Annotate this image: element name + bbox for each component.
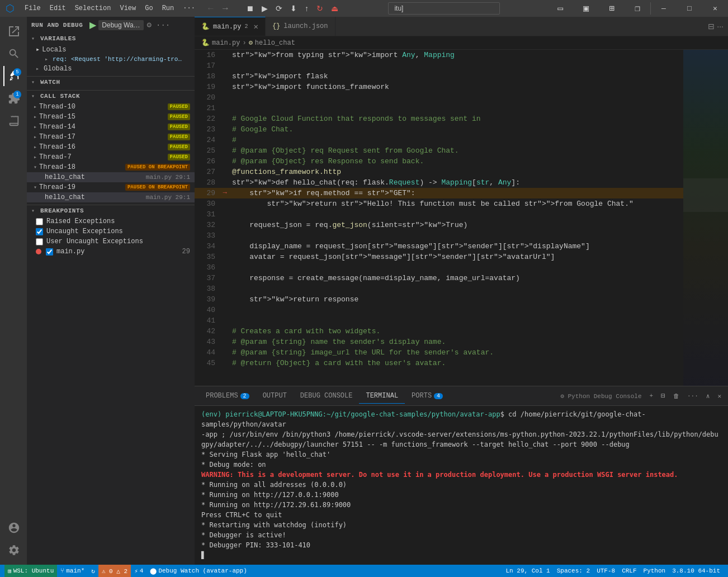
tab-launch-json[interactable]: {} launch.json	[266, 17, 335, 36]
close-panel-icon[interactable]: ✕	[715, 391, 724, 401]
code-line: 40	[195, 305, 683, 315]
debug-stepout-button[interactable]: ⬇	[287, 2, 300, 15]
menu-file[interactable]: File	[20, 0, 45, 17]
close-button[interactable]: ✕	[702, 0, 728, 17]
activity-settings[interactable]	[3, 540, 23, 560]
menu-edit[interactable]: Edit	[45, 0, 70, 17]
layout-icon4[interactable]: ❐	[625, 0, 650, 17]
nav-back-button[interactable]: ←	[204, 2, 218, 15]
callstack-frame[interactable]: hello_chatmain.py 29:1	[27, 172, 195, 182]
req-variable[interactable]: ▸ req: <Request 'http://charming-tro…	[27, 55, 195, 64]
tab-main-py[interactable]: 🐍 main.py 2 ✕	[195, 17, 266, 36]
thread-header[interactable]: ▸Thread-17PAUSED	[27, 132, 195, 142]
terminal-content[interactable]: (env) pierrick@LAPTOP-HKU5PNNG:~/git/goo…	[195, 406, 728, 565]
gear-icon[interactable]: ⚙	[146, 19, 153, 31]
panel-tab-ports[interactable]: PORTS4	[405, 389, 450, 404]
breakpoint-checkbox[interactable]	[36, 228, 43, 235]
breakpoint-item[interactable]: Raised Exceptions	[27, 216, 195, 226]
callstack-frame[interactable]: hello_chatmain.py 29:1	[27, 192, 195, 202]
locals-item[interactable]: ▸ Locals	[27, 44, 195, 55]
debug-disconnect-button[interactable]: ⏏	[328, 2, 341, 15]
breakpoint-checkbox[interactable]	[36, 218, 43, 225]
tab-close-icon[interactable]: ✕	[253, 22, 258, 31]
breakpoint-item[interactable]: Uncaught Exceptions	[27, 226, 195, 237]
statusbar-spaces[interactable]: Spaces: 2	[554, 567, 593, 574]
code-line: 19str">"kw">import functions_framework	[195, 82, 683, 92]
more-editor-button[interactable]: ···	[717, 22, 724, 31]
minimize-button[interactable]: —	[651, 0, 677, 17]
breadcrumb-file[interactable]: main.py	[212, 39, 240, 47]
statusbar-debug-watch-count[interactable]: ⚡ 4	[131, 565, 146, 577]
statusbar-errors[interactable]: ⚠ 0 △ 2	[98, 565, 131, 577]
variables-section-header[interactable]: ▾ VARIABLES	[27, 33, 195, 44]
kill-terminal-icon[interactable]: 🗑	[671, 391, 682, 401]
breakpoint-item[interactable]: User Uncaught Exceptions	[27, 237, 195, 247]
breakpoint-checkbox[interactable]	[36, 238, 43, 245]
terminal-running-all: * Running on all addresses (0.0.0.0)	[201, 480, 721, 490]
layout-icon2[interactable]: ▣	[573, 0, 599, 17]
debug-stop-button[interactable]: ↻	[314, 2, 326, 15]
breakpoint-file-checkbox[interactable]	[46, 248, 53, 256]
menu-go[interactable]: Go	[140, 0, 157, 17]
statusbar-remote[interactable]: ⊞ WSL: Ubuntu	[4, 565, 57, 577]
terminal-more-icon[interactable]: ···	[685, 391, 701, 400]
more-options-icon[interactable]: ···	[155, 20, 171, 31]
terminal-split-icon[interactable]: ⊟	[659, 390, 668, 401]
panel-tab-output[interactable]: OUTPUT	[256, 389, 294, 404]
activity-extensions[interactable]: 1	[3, 88, 23, 108]
menu-more[interactable]: ···	[178, 0, 200, 17]
nav-forward-button[interactable]: →	[219, 2, 232, 15]
panel-tab-debug-console[interactable]: DEBUG CONSOLE	[294, 389, 360, 404]
thread-header[interactable]: ▸Thread-15PAUSED	[27, 112, 195, 122]
debug-restart-button[interactable]: ↑	[302, 2, 311, 15]
thread-header[interactable]: ▸Thread-10PAUSED	[27, 102, 195, 112]
activity-testing[interactable]	[3, 111, 23, 131]
debug-stepinto-button[interactable]: ⟳	[273, 2, 285, 15]
menu-view[interactable]: View	[115, 0, 140, 17]
thread-header[interactable]: ▾Thread-18PAUSED ON BREAKPOINT	[27, 162, 195, 172]
statusbar-encoding[interactable]: UTF-8	[593, 567, 618, 574]
breakpoint-indicator	[220, 315, 230, 326]
thread-header[interactable]: ▸Thread-14PAUSED	[27, 122, 195, 132]
maximize-button[interactable]: □	[677, 0, 702, 17]
terminal-prompt: ▋	[201, 550, 721, 560]
statusbar-cursor[interactable]: Ln 29, Col 1	[503, 567, 554, 574]
breakpoint-item[interactable]: main.py29	[27, 247, 195, 257]
thread-header[interactable]: ▸Thread-7PAUSED	[27, 152, 195, 162]
layout-icon1[interactable]: ▭	[547, 0, 573, 17]
debug-play-button[interactable]: ▶	[89, 20, 96, 30]
debug-stepover-button[interactable]: ▶	[259, 2, 271, 15]
watch-section-header[interactable]: ▾ WATCH	[27, 76, 195, 88]
code-line: 21	[195, 103, 683, 113]
statusbar-debug-app[interactable]: ⬤ Debug Watch (avatar-app)	[146, 565, 250, 577]
panel-tab-problems[interactable]: PROBLEMS2	[199, 389, 256, 404]
globals-item[interactable]: ▸ Globals	[27, 64, 195, 74]
activity-search[interactable]	[3, 44, 23, 64]
breadcrumb-symbol[interactable]: hello_chat	[255, 39, 295, 47]
activity-run-debug[interactable]: 5	[3, 66, 23, 86]
menu-run[interactable]: Run	[158, 0, 179, 17]
title-search-input[interactable]	[388, 2, 500, 15]
breakpoints-section-header[interactable]: ▾ BREAKPOINTS	[27, 205, 195, 216]
line-number: 22	[195, 113, 220, 124]
thread-header[interactable]: ▸Thread-16PAUSED	[27, 142, 195, 152]
maximize-panel-icon[interactable]: ∧	[704, 391, 712, 401]
statusbar-eol[interactable]: CRLF	[618, 567, 640, 574]
menu-selection[interactable]: Selection	[70, 0, 116, 17]
debug-continue-button[interactable]: ⏹	[243, 2, 257, 15]
activity-explorer[interactable]	[3, 21, 23, 41]
line-code: @functions_framework.http	[230, 167, 341, 177]
layout-icon3[interactable]: ⊞	[599, 0, 625, 17]
statusbar-python-version[interactable]: 3.8.10 64-bit	[669, 567, 724, 574]
statusbar-sync[interactable]: ↻	[88, 565, 98, 577]
thread-header[interactable]: ▾Thread-19PAUSED ON BREAKPOINT	[27, 182, 195, 192]
breakpoint-indicator	[220, 71, 230, 82]
debug-config-dropdown[interactable]: Debug Wa…	[98, 20, 143, 30]
panel-tab-terminal[interactable]: TERMINAL	[359, 389, 405, 404]
callstack-section-header[interactable]: ▾ CALL STACK	[27, 90, 195, 102]
split-editor-button[interactable]: ⊟	[708, 22, 715, 31]
statusbar-language[interactable]: Python	[640, 567, 669, 574]
statusbar-branch[interactable]: ⑂ main*	[57, 565, 88, 577]
new-terminal-icon[interactable]: +	[647, 391, 656, 400]
activity-accounts[interactable]	[3, 518, 23, 538]
